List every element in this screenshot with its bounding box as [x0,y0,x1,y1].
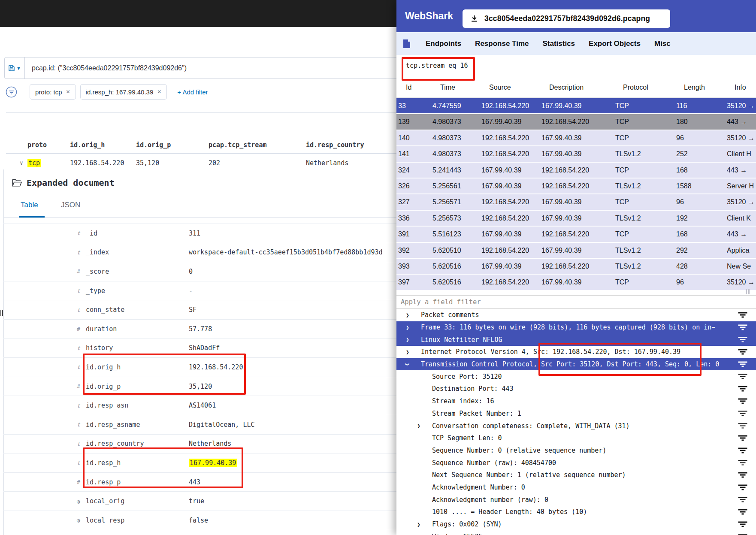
display-filter-bar[interactable]: tcp.stream eq 16 [396,55,756,77]
field-row[interactable]: tid.resp_countryNetherlands [3,434,396,453]
field-row[interactable]: ◑local_origtrue [3,491,396,511]
field-row[interactable]: #duration57.778 [3,319,396,339]
nav-item-response-time[interactable]: Response Time [475,39,529,48]
chevron-collapsed-icon[interactable]: ❯ [417,521,432,528]
packet-row[interactable]: 334.747559192.168.54.220167.99.40.39TCP1… [396,98,756,114]
apply-filter-icon[interactable] [738,411,747,416]
apply-filter-icon[interactable] [738,447,747,453]
apply-filter-icon[interactable] [738,460,747,465]
tab-table[interactable]: Table [21,201,38,209]
detail-tree-row[interactable]: ❯Internet Protocol Version 4, Src: 192.1… [396,346,756,358]
remove-filter-icon[interactable]: ✕ [66,89,70,95]
field-row[interactable]: tid.resp_asnameDigitalOcean, LLC [3,415,396,434]
chevron-collapsed-icon[interactable]: ❯ [406,312,421,318]
detail-tree-row[interactable]: ❯Frame 33: 116 bytes on wire (928 bits),… [396,321,756,334]
field-row[interactable]: tconn_stateSF [3,300,396,319]
field-row[interactable]: #missed_bytes0 [3,530,396,535]
apply-filter-icon[interactable] [738,522,747,527]
chevron-collapsed-icon[interactable]: ❯ [406,324,421,331]
detail-tree-row[interactable]: ❯Flags: 0x002 (SYN) [396,518,756,531]
cell-protocol: TLSv1.2 [615,243,676,258]
field-row[interactable]: tid.resp_h167.99.40.39 [3,453,396,472]
expand-row-icon[interactable]: ∨ [15,154,27,172]
field-row[interactable]: #id.orig_p35,120 [3,377,396,396]
nav-item-misc[interactable]: Misc [654,39,671,48]
detail-tree-row[interactable]: 1010 .... = Header Length: 40 bytes (10) [396,506,756,518]
tab-json[interactable]: JSON [61,201,80,209]
packet-row[interactable]: 1404.980373192.168.54.220167.99.40.39TCP… [396,130,756,146]
field-row[interactable]: thistoryShADadFf [3,339,396,358]
apply-filter-icon[interactable] [738,435,747,441]
apply-filter-icon[interactable] [738,386,747,392]
chevron-collapsed-icon[interactable]: ❯ [406,349,421,355]
packet-row[interactable]: 3245.241443167.99.40.39192.168.54.220TCP… [396,163,756,178]
detail-tree-row[interactable]: ❯Packet comments [396,309,756,321]
apply-filter-icon[interactable] [738,509,747,515]
detail-tree-row[interactable]: Window: 65535 [396,530,756,535]
filter-chip[interactable]: id.resp_h: 167.99.40.39✕ [80,84,167,100]
packet-row[interactable]: 3275.256571192.168.54.220167.99.40.39TCP… [396,194,756,210]
nav-item-endpoints[interactable]: Endpoints [426,39,461,48]
packet-row[interactable]: 3935.620516167.99.40.39192.168.54.220TLS… [396,259,756,275]
remove-filter-icon[interactable]: ✕ [157,89,161,95]
chevron-collapsed-icon[interactable]: ❯ [417,423,432,429]
detail-tree-row[interactable]: Source Port: 35120 [396,370,756,383]
packet-row[interactable]: 3365.256573192.168.54.220167.99.40.39TLS… [396,211,756,227]
chevron-expanded-icon[interactable]: ❯ [406,361,421,368]
field-row[interactable]: ◑local_respfalse [3,511,396,530]
field-row[interactable]: t_id311 [3,224,396,243]
apply-filter-icon[interactable] [738,374,747,379]
display-filter-input[interactable]: tcp.stream eq 16 [406,62,468,70]
packet-row[interactable]: 3915.516123167.99.40.39192.168.54.220TCP… [396,227,756,242]
detail-tree-row[interactable]: Stream index: 16 [396,395,756,408]
packet-row[interactable]: 1394.980373167.99.40.39192.168.54.220TCP… [396,114,756,130]
field-row[interactable]: tid.orig_h192.168.54.220 [3,357,396,377]
query-bar[interactable]: ▼ pcap.id: ("3cc8054eeda02291757bf82439d… [4,57,404,79]
download-file-button[interactable]: 3cc8054eeda02291757bf82439d092d6.pcapng [463,9,670,28]
detail-tree-row[interactable]: Sequence Number: 0 (relative sequence nu… [396,444,756,457]
apply-filter-icon[interactable] [738,312,747,318]
detail-tree-row[interactable]: Next Sequence Number: 1 (relative sequen… [396,469,756,481]
packet-row[interactable]: 3925.620510192.168.54.220167.99.40.39TLS… [396,243,756,259]
query-input[interactable]: pcap.id: ("3cc8054eeda02291757bf82439d09… [25,64,187,72]
apply-filter-icon[interactable] [738,423,747,429]
detail-tree-row[interactable]: Acknowledgment Number: 0 [396,481,756,494]
detail-tree-row[interactable]: Acknowledgment number (raw): 0 [396,493,756,506]
apply-filter-icon[interactable] [738,337,747,342]
apply-filter-icon[interactable] [738,497,747,502]
packet-row[interactable]: 1414.980373192.168.54.220167.99.40.39TLS… [396,146,756,162]
results-table-row[interactable]: ∨tcp192.168.54.22035,120202Netherlands [0,154,412,172]
detail-tree-row[interactable]: ❯Conversation completeness: Complete, WI… [396,420,756,432]
chevron-collapsed-icon[interactable]: ❯ [406,336,421,343]
field-row[interactable]: t_type- [3,281,396,300]
field-filter-bar[interactable]: Apply a field filter [396,295,756,309]
apply-filter-icon[interactable] [738,362,747,367]
nav-item-export-objects[interactable]: Export Objects [589,39,641,48]
add-filter-button[interactable]: + Add filter [177,88,208,96]
detail-tree-row[interactable]: Destination Port: 443 [396,383,756,395]
panel-drag-handle[interactable] [0,310,4,316]
filter-group-icon[interactable] [6,86,17,98]
detail-tree-row[interactable]: ❯Linux Netfilter NFLOG [396,333,756,346]
filter-chip[interactable]: proto: tcp✕ [30,84,76,100]
detail-tree-row[interactable]: TCP Segment Len: 0 [396,432,756,444]
field-value: workspace-default-cc35aeef15b3d051b4bf7e… [189,248,396,256]
packet-row[interactable]: 3975.620516192.168.54.220167.99.40.39TCP… [396,275,756,290]
field-row[interactable]: #_score0 [3,262,396,281]
field-row[interactable]: #id.resp_p443 [3,472,396,492]
packet-row[interactable]: 3265.256561167.99.40.39192.168.54.220TLS… [396,178,756,194]
apply-filter-icon[interactable] [738,325,747,330]
apply-filter-icon[interactable] [738,484,747,490]
detail-tree-row[interactable]: Sequence Number (raw): 408454700 [396,456,756,469]
filter-bar-connector [21,92,25,92]
save-query-button[interactable]: ▼ [5,57,25,79]
apply-filter-icon[interactable] [738,399,747,404]
nav-item-statistics[interactable]: Statistics [542,39,575,48]
detail-tree-row[interactable]: ❯Transmission Control Protocol, Src Port… [396,358,756,371]
field-row[interactable]: tid.resp_asnAS14061 [3,396,396,415]
apply-filter-icon[interactable] [738,472,747,478]
detail-tree-row[interactable]: Stream Packet Number: 1 [396,408,756,420]
apply-filter-icon[interactable] [738,349,747,355]
scrollbar-handle[interactable] [746,289,751,294]
field-row[interactable]: t_indexworkspace-default-cc35aeef15b3d05… [3,243,396,262]
